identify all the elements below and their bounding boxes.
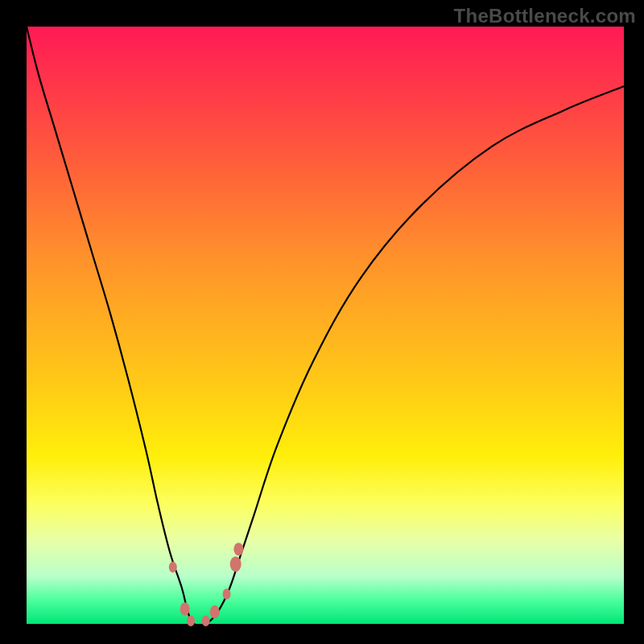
data-point	[210, 605, 220, 618]
data-point	[233, 543, 243, 555]
bottleneck-curve	[27, 27, 624, 624]
data-point	[169, 562, 177, 573]
data-point	[223, 588, 231, 600]
watermark-text: TheBottleneck.com	[454, 5, 636, 27]
data-point	[230, 556, 242, 572]
data-point	[202, 616, 210, 627]
curve-path	[27, 27, 624, 625]
plot-area	[27, 27, 624, 624]
chart-frame: TheBottleneck.com	[0, 0, 644, 644]
data-point	[180, 602, 190, 615]
data-point	[187, 616, 195, 627]
